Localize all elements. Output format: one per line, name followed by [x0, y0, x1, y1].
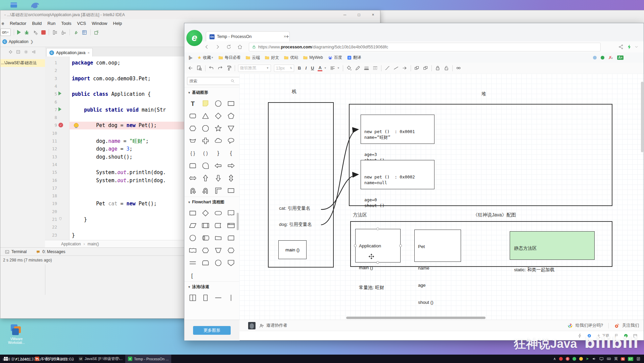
gutter-line[interactable]: 18 — [45, 192, 69, 200]
browser-logo-icon[interactable]: e — [186, 30, 202, 46]
shape-hexagon-icon[interactable] — [186, 122, 199, 134]
bookmark-baidu[interactable]: 百度 — [328, 55, 342, 61]
shape-arrowLR-icon[interactable] — [186, 172, 199, 184]
shape-sticky-icon[interactable] — [199, 97, 212, 110]
shape-star-icon[interactable] — [212, 122, 225, 134]
shape-invtriangle-icon[interactable] — [225, 122, 237, 134]
battery-indicator[interactable]: 67 — [628, 357, 633, 361]
run-icon[interactable] — [17, 30, 21, 35]
undo-icon[interactable] — [209, 65, 214, 71]
chevron-down-icon[interactable] — [634, 44, 639, 50]
shape-diamond-icon[interactable] — [212, 110, 225, 122]
extension-icon[interactable] — [593, 56, 597, 59]
run-config-select[interactable]: on▼ — [0, 29, 11, 36]
po-pagezoom-icon[interactable] — [196, 65, 202, 71]
shape-card-icon[interactable] — [225, 232, 237, 244]
shape-rbrace-icon[interactable]: } — [212, 147, 225, 159]
menu-item-tools[interactable]: Tools — [61, 21, 71, 26]
gutter-line[interactable]: 11 — [45, 137, 69, 145]
shape-arctrap-icon[interactable] — [186, 134, 199, 147]
run-gutter-icon[interactable] — [58, 91, 61, 95]
ide-minimize-button[interactable]: ─ — [338, 10, 352, 19]
panel-scrollbar[interactable] — [237, 213, 239, 230]
breadcrumb-class[interactable]: Application — [61, 242, 81, 246]
plugin-icon[interactable] — [94, 30, 99, 35]
coverage-icon[interactable] — [33, 30, 38, 35]
gutter-line[interactable]: 4 — [45, 83, 69, 90]
shape-corner-icon[interactable] — [212, 184, 225, 197]
gutter-line[interactable]: 9✓ — [45, 122, 69, 129]
shape-octagon-icon[interactable] — [199, 122, 212, 134]
bookmark-item[interactable]: MyWeb — [303, 55, 323, 61]
network-icon[interactable] — [599, 357, 604, 361]
connector-curve-icon[interactable] — [384, 65, 390, 71]
shape-arrowU-icon[interactable] — [199, 172, 212, 184]
tray-arrow-icon[interactable]: ➤ — [586, 357, 589, 361]
shape-cylh-icon[interactable] — [199, 232, 212, 244]
taskbar-item[interactable]: eTemp - ProcessOn ... — [125, 355, 171, 363]
translate-page-icon[interactable]: A+ — [617, 55, 624, 60]
build-column2-icon[interactable] — [61, 30, 66, 35]
run-nav-chip[interactable]: C Application ❯ — [2, 38, 34, 45]
bookmark-item[interactable]: 好文 — [265, 55, 279, 61]
back-icon[interactable] — [204, 44, 210, 50]
new-tab-button[interactable]: + — [286, 33, 289, 40]
bolt-icon[interactable] — [627, 44, 632, 50]
shape-pool2-icon[interactable] — [186, 291, 199, 304]
shape-teardrop-icon[interactable] — [199, 159, 212, 172]
shape-subprocess-icon[interactable] — [199, 219, 212, 232]
line-style-icon[interactable] — [372, 65, 378, 71]
gutter-line[interactable]: 12 — [45, 145, 69, 153]
connector-arrow-icon[interactable] — [402, 65, 408, 71]
share-icon[interactable] — [618, 44, 624, 50]
gutter-line[interactable]: 6 — [45, 98, 69, 106]
bookmark-favorites[interactable]: ★ 收藏 ▼ — [197, 55, 214, 61]
shape-shield-icon[interactable] — [225, 256, 237, 269]
terminal-tab[interactable]: Terminal — [5, 249, 27, 254]
gutter-line[interactable]: 16 — [45, 177, 69, 185]
gutter-line[interactable]: 22 — [45, 224, 69, 231]
ide-close-button[interactable]: × — [366, 10, 380, 19]
lock-icon[interactable] — [435, 65, 441, 71]
home-icon[interactable] — [237, 44, 243, 50]
shape-rect-icon[interactable] — [225, 97, 237, 110]
align-icon[interactable] — [330, 65, 335, 71]
shape-stadium-icon[interactable] — [212, 207, 225, 219]
shape-arrowL-icon[interactable] — [212, 159, 225, 172]
menu-item-vcs[interactable]: VCS — [77, 21, 86, 26]
italic-button[interactable]: I — [305, 66, 307, 71]
gutter-line[interactable]: 3 — [45, 75, 69, 83]
shape-arrowR-icon[interactable] — [225, 159, 237, 172]
bold-button[interactable]: B — [297, 66, 302, 71]
shape-bracepair-icon[interactable]: { } — [186, 147, 199, 159]
selection-handle[interactable] — [399, 244, 402, 247]
shape-pool1-icon[interactable] — [199, 291, 212, 304]
shape-plus-icon[interactable] — [199, 134, 212, 147]
shape-tape-icon[interactable] — [186, 244, 199, 256]
tray-app-icon[interactable] — [572, 357, 576, 361]
gutter-line[interactable]: 10 — [45, 130, 69, 137]
shape-text-icon[interactable]: T — [186, 97, 199, 110]
project-tree-item[interactable]: ...\JavaSE\基础语法 — [0, 59, 45, 67]
gutter-line[interactable]: 21 — [45, 216, 69, 224]
connector-line-icon[interactable] — [393, 65, 399, 71]
font-color-button[interactable]: A — [318, 65, 322, 71]
build-project-icon[interactable] — [73, 30, 79, 35]
menu-item-e[interactable]: e — [2, 21, 4, 26]
bookmark-item[interactable]: 云端 — [245, 55, 260, 61]
shape-diamond-icon[interactable] — [199, 207, 212, 219]
heap-object-2[interactable]: new pet () : 0x0002name=null age=0shout … — [361, 160, 434, 189]
shape-section-header[interactable]: ▼基础图形 — [184, 87, 239, 97]
editor-tab[interactable]: C Application.java × — [46, 48, 93, 57]
tray-app-icon[interactable] — [579, 357, 583, 361]
static-area-box[interactable]: 静态方法区 static: 和类一起加载 — [510, 231, 595, 260]
redo-icon[interactable] — [217, 65, 223, 71]
shape-rect-icon[interactable] — [186, 207, 199, 219]
breakpoint-icon[interactable]: ✓ — [58, 123, 63, 127]
more-shapes-button[interactable]: 更多图形 — [193, 326, 231, 335]
bring-front-icon[interactable] — [414, 65, 420, 71]
shape-roundrect-icon[interactable] — [186, 110, 199, 122]
shape-section-header[interactable]: ▼Flowchart 流程图 — [184, 197, 239, 207]
shape-tabshape-icon[interactable] — [186, 159, 199, 172]
scissors-icon[interactable]: ✗▼ — [608, 55, 613, 60]
